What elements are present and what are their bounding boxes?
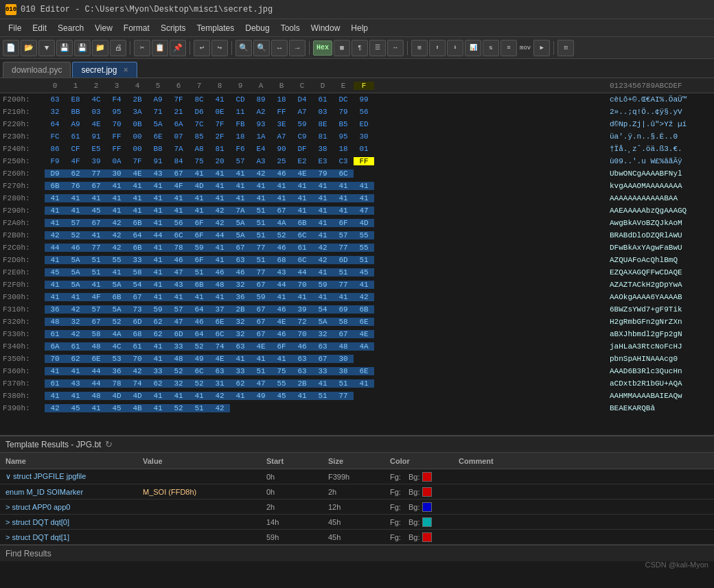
hex-cell[interactable]: 39: [86, 157, 106, 165]
hex-cell[interactable]: A7: [271, 132, 292, 141]
hex-cell[interactable]: 41: [45, 256, 65, 264]
open-button[interactable]: 📂: [21, 40, 37, 56]
goto-button[interactable]: →: [289, 40, 306, 56]
table-row[interactable]: F2F0h:415A415A5441436B4832674470597741AZ…: [0, 279, 714, 291]
hex-cell[interactable]: 51: [333, 379, 354, 388]
hex-cell[interactable]: 41: [209, 182, 230, 190]
hex-cell[interactable]: 59: [251, 293, 271, 301]
hex-cell[interactable]: A8: [189, 145, 209, 153]
hex-cell[interactable]: 45: [45, 268, 65, 277]
tab-download-pyc[interactable]: download.pyc: [3, 62, 71, 78]
hex-cell[interactable]: 77: [333, 281, 354, 289]
hex-cell[interactable]: 30: [354, 132, 374, 141]
hex-cell[interactable]: 0E: [209, 108, 230, 116]
hex-cell[interactable]: 45: [271, 392, 292, 400]
hex-cell[interactable]: 41: [312, 379, 333, 388]
hex-cell[interactable]: 6E: [209, 318, 230, 326]
hex-cell[interactable]: 77: [333, 392, 354, 400]
hex-cell[interactable]: 5A: [148, 120, 168, 128]
hex-cell[interactable]: 45: [65, 404, 86, 412]
hex-cell[interactable]: 44: [86, 379, 106, 388]
hex-cell[interactable]: 52: [189, 342, 209, 351]
hex-cell[interactable]: 41: [148, 256, 168, 264]
list-item[interactable]: > struct APP0 app02h12hFg: Bg:: [0, 499, 714, 515]
hex-cell[interactable]: 33: [312, 367, 333, 375]
hex-cell[interactable]: 61: [65, 342, 86, 351]
hex-cell[interactable]: 41: [168, 207, 189, 215]
hex-cell[interactable]: 59: [148, 305, 168, 314]
hex-cell[interactable]: 67: [251, 305, 271, 314]
find-all-button[interactable]: 🔍: [253, 40, 270, 56]
hex-cell[interactable]: 6C: [333, 169, 354, 178]
hex-cell[interactable]: 07: [168, 132, 189, 141]
hex-cell[interactable]: 6D: [127, 318, 148, 326]
hex-cell[interactable]: 41: [189, 293, 209, 301]
menu-item-search[interactable]: Search: [52, 22, 89, 34]
hex-cell[interactable]: 41: [168, 194, 189, 202]
hex-cell[interactable]: 6E: [354, 367, 374, 375]
btn-hex3[interactable]: ¶: [352, 40, 368, 56]
hex-cell[interactable]: 01: [354, 145, 374, 153]
hex-cell[interactable]: 47: [251, 379, 271, 388]
hex-cell[interactable]: 41: [312, 194, 333, 202]
hex-cell[interactable]: 4F: [168, 182, 189, 190]
hex-cell[interactable]: 61: [65, 132, 86, 141]
hex-cell[interactable]: 51: [312, 392, 333, 400]
hex-cell[interactable]: 41: [106, 207, 127, 215]
hex-cell[interactable]: 6E: [148, 132, 168, 141]
hex-cell[interactable]: 4E: [292, 169, 312, 178]
hex-cell[interactable]: 41: [148, 182, 168, 190]
table-row[interactable]: F350h:70626E53704148494E414141636730pbnS…: [0, 353, 714, 365]
hex-cell[interactable]: 41: [45, 219, 65, 227]
hex-cell[interactable]: E3: [312, 157, 333, 165]
hex-cell[interactable]: 00: [127, 132, 148, 141]
hex-cell[interactable]: 51: [251, 219, 271, 227]
hex-cell[interactable]: FB: [230, 120, 251, 128]
hex-cell[interactable]: 49: [251, 392, 271, 400]
hex-cell[interactable]: 41: [312, 293, 333, 301]
hex-cell[interactable]: 41: [148, 293, 168, 301]
menu-item-tools[interactable]: Tools: [275, 22, 306, 34]
hex-cell[interactable]: 43: [168, 281, 189, 289]
table-row[interactable]: F210h:32BB03953A7121D60E11A2FFA70379562»…: [0, 106, 714, 118]
hex-cell[interactable]: 41: [333, 293, 354, 301]
hex-cell[interactable]: 2B: [230, 305, 251, 314]
hex-cell[interactable]: 3A: [127, 108, 148, 116]
hex-cell[interactable]: 74: [127, 379, 148, 388]
hex-cell[interactable]: 8E: [312, 120, 333, 128]
copy-button[interactable]: 📋: [152, 40, 168, 56]
table-row[interactable]: F280h:41414141414141414141414141414141AA…: [0, 192, 714, 204]
hex-cell[interactable]: 42: [45, 231, 65, 239]
hex-cell[interactable]: 51: [251, 207, 271, 215]
hex-cell[interactable]: 64: [127, 231, 148, 239]
hex-cell[interactable]: 4E: [127, 169, 148, 178]
hex-cell[interactable]: 41: [148, 342, 168, 351]
hex-cell[interactable]: 5A: [106, 281, 127, 289]
hex-cell[interactable]: 41: [292, 194, 312, 202]
menu-item-debug[interactable]: Debug: [240, 22, 275, 34]
hex-cell[interactable]: 30: [106, 169, 127, 178]
hex-cell[interactable]: 2B: [127, 95, 148, 104]
hex-cell[interactable]: 59: [312, 281, 333, 289]
hex-cell[interactable]: 52: [189, 379, 209, 388]
hex-cell[interactable]: 5A: [312, 318, 333, 326]
hex-cell[interactable]: A3: [251, 157, 271, 165]
refresh-icon[interactable]: ↻: [105, 439, 113, 449]
hex-cell[interactable]: F6: [230, 145, 251, 153]
hex-cell[interactable]: 6B: [127, 244, 148, 252]
hex-cell[interactable]: 75: [189, 157, 209, 165]
redo-button[interactable]: ↪: [211, 40, 228, 56]
hex-cell[interactable]: 49: [189, 355, 209, 363]
hex-cell[interactable]: 5A: [230, 231, 251, 239]
undo-button[interactable]: ↩: [194, 40, 210, 56]
table-row[interactable]: F310h:3642575A73595764372B67463954696B6B…: [0, 303, 714, 316]
hex-cell[interactable]: 52: [168, 404, 189, 412]
misc-button[interactable]: ⊡: [557, 40, 574, 56]
hex-cell[interactable]: 61: [312, 95, 333, 104]
hex-cell[interactable]: 77: [86, 244, 106, 252]
hex-cell[interactable]: 41: [312, 219, 333, 227]
hex-cell[interactable]: 64: [45, 120, 65, 128]
menu-item-templates[interactable]: Templates: [192, 22, 240, 34]
menu-item-view[interactable]: View: [89, 22, 118, 34]
hex-cell[interactable]: 70: [292, 330, 312, 338]
